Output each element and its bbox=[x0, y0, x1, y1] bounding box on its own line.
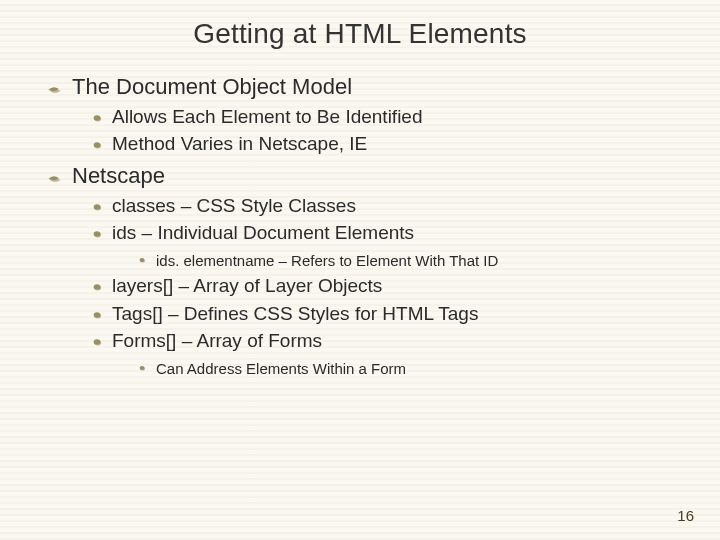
list-item: ids – Individual Document Elements bbox=[92, 220, 680, 246]
list-item: Tags[] – Defines CSS Styles for HTML Tag… bbox=[92, 301, 680, 327]
leaf-bullet-icon bbox=[46, 72, 62, 101]
sub-list-item: ids. elementname – Refers to Element Wit… bbox=[138, 250, 680, 271]
small-dot-bullet-icon bbox=[138, 250, 146, 268]
list-item-text: classes – CSS Style Classes bbox=[112, 193, 356, 219]
list-item: Allows Each Element to Be Identified bbox=[92, 104, 680, 130]
section-heading-text: The Document Object Model bbox=[72, 72, 352, 102]
section-heading: Netscape bbox=[46, 161, 680, 191]
section-heading-text: Netscape bbox=[72, 161, 165, 191]
svg-point-3 bbox=[94, 143, 101, 148]
dot-bullet-icon bbox=[92, 193, 102, 216]
dot-bullet-icon bbox=[92, 273, 102, 296]
dot-bullet-icon bbox=[92, 328, 102, 351]
list-item: layers[] – Array of Layer Objects bbox=[92, 273, 680, 299]
svg-point-15 bbox=[94, 340, 101, 345]
sub-list-item-text: ids. elementname – Refers to Element Wit… bbox=[156, 250, 498, 271]
slide: Getting at HTML Elements The Document Ob… bbox=[0, 0, 720, 540]
svg-point-7 bbox=[94, 232, 101, 237]
svg-point-17 bbox=[140, 366, 145, 370]
sub-list-item: Can Address Elements Within a Form bbox=[138, 358, 680, 379]
list-item-text: Tags[] – Defines CSS Styles for HTML Tag… bbox=[112, 301, 478, 327]
sub-list-item-text: Can Address Elements Within a Form bbox=[156, 358, 406, 379]
svg-point-13 bbox=[94, 312, 101, 317]
list-item-text: Method Varies in Netscape, IE bbox=[112, 131, 367, 157]
small-dot-bullet-icon bbox=[138, 358, 146, 376]
page-number: 16 bbox=[677, 507, 694, 524]
list-item-text: ids – Individual Document Elements bbox=[112, 220, 414, 246]
slide-title: Getting at HTML Elements bbox=[40, 18, 680, 50]
dot-bullet-icon bbox=[92, 104, 102, 127]
dot-bullet-icon bbox=[92, 220, 102, 243]
dot-bullet-icon bbox=[92, 131, 102, 154]
svg-point-1 bbox=[94, 115, 101, 120]
svg-point-11 bbox=[94, 284, 101, 289]
list-item: Method Varies in Netscape, IE bbox=[92, 131, 680, 157]
list-item: Forms[] – Array of Forms bbox=[92, 328, 680, 354]
section-1: Netscape classes – CSS Style Classes ids… bbox=[40, 161, 680, 379]
section-0: The Document Object Model Allows Each El… bbox=[40, 72, 680, 157]
section-heading: The Document Object Model bbox=[46, 72, 680, 102]
list-item-text: layers[] – Array of Layer Objects bbox=[112, 273, 382, 299]
list-item-text: Allows Each Element to Be Identified bbox=[112, 104, 423, 130]
svg-point-9 bbox=[140, 258, 145, 262]
list-item-text: Forms[] – Array of Forms bbox=[112, 328, 322, 354]
leaf-bullet-icon bbox=[46, 161, 62, 190]
dot-bullet-icon bbox=[92, 301, 102, 324]
svg-point-5 bbox=[94, 204, 101, 209]
list-item: classes – CSS Style Classes bbox=[92, 193, 680, 219]
